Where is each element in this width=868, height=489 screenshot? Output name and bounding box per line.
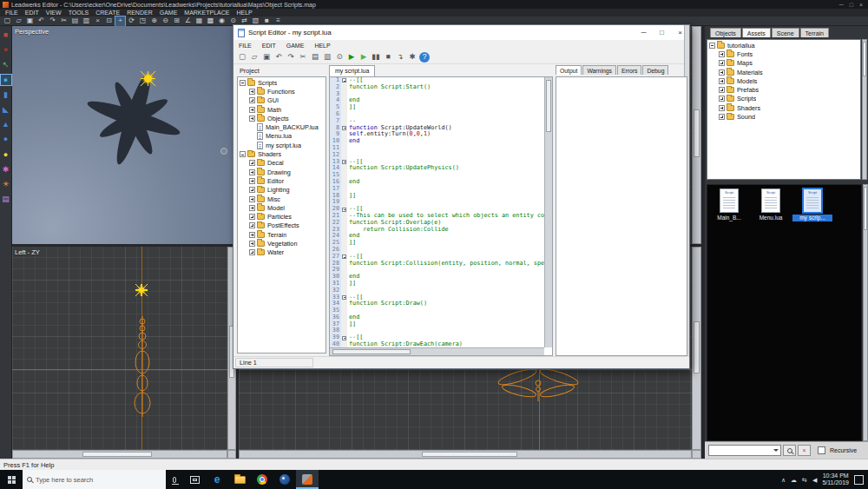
tree-item[interactable]: GUI (239, 96, 325, 105)
tree-item[interactable]: Sound (708, 112, 859, 121)
menu-item[interactable]: HELP (233, 10, 255, 16)
chrome-taskbar-button[interactable] (251, 470, 273, 489)
sun-light[interactable] (139, 287, 144, 293)
redo-icon[interactable]: ↷ (286, 52, 296, 63)
create-cone-tool[interactable]: ▲ (1, 120, 11, 130)
open-icon[interactable]: ▱ (14, 17, 23, 26)
cut-icon[interactable]: ✂ (298, 52, 308, 63)
tray-chevron-icon[interactable]: ∧ (781, 477, 786, 483)
expander-icon[interactable] (249, 214, 255, 220)
translate-tool-icon[interactable]: + (115, 17, 125, 26)
save-icon[interactable]: ▣ (25, 17, 35, 26)
tree-item[interactable]: Shaders (239, 149, 325, 158)
expander-icon[interactable] (719, 105, 725, 111)
viewport-perspective[interactable]: Perspective (12, 26, 236, 244)
tree-item[interactable]: Vegetation (239, 239, 325, 248)
camera-tool-icon[interactable]: ◉ (217, 17, 227, 26)
tree-item[interactable]: Main_BACKUP.lua (239, 122, 325, 131)
expander-icon[interactable] (719, 69, 725, 76)
sun-light[interactable] (144, 75, 152, 83)
tree-item[interactable]: Scripts (708, 95, 859, 103)
copy-icon[interactable]: ▤ (70, 17, 80, 26)
create-cylinder-tool[interactable]: ▮ (1, 89, 11, 100)
tree-item[interactable]: Functions (239, 87, 325, 96)
angle-snap-icon[interactable]: ∠ (183, 17, 193, 26)
file-thumbnail[interactable]: Script Main_B... (709, 188, 749, 221)
panel-tab[interactable]: Scene (772, 28, 799, 37)
copy-icon[interactable]: ▤ (310, 52, 320, 63)
grid-snap-icon[interactable]: ⊞ (172, 17, 181, 26)
code-editor[interactable]: 1--[[2function Script:Start()34end5]]67-… (329, 76, 553, 356)
recursive-checkbox[interactable] (818, 446, 825, 454)
tree-item[interactable]: Water (239, 248, 325, 257)
grid-increase-icon[interactable]: ▩ (206, 17, 215, 26)
scrollbar-thumb[interactable] (546, 80, 551, 132)
tree-item[interactable]: Misc (239, 195, 325, 203)
expander-icon[interactable] (249, 205, 255, 211)
expander-icon[interactable] (719, 60, 725, 66)
expander-icon[interactable] (719, 87, 725, 93)
tree-item[interactable]: Maps (708, 59, 859, 68)
code-area[interactable]: 1--[[2function Script:Start()34end5]]67-… (330, 77, 544, 347)
panel-tab[interactable]: Objects (710, 28, 741, 37)
stop-icon[interactable]: ■ (383, 52, 393, 63)
undo-icon[interactable]: ↶ (36, 17, 46, 26)
task-view-button[interactable] (183, 470, 206, 489)
script-editor-titlebar[interactable]: Script Editor - my script.lua ─ □ × (233, 25, 689, 40)
open-script-icon[interactable]: ▱ (249, 52, 260, 63)
scrollbar-thumb[interactable] (863, 42, 866, 76)
action-center-icon[interactable] (854, 475, 864, 485)
expander-icon[interactable] (249, 187, 255, 193)
tree-item[interactable]: Objects (239, 114, 325, 122)
output-tab[interactable]: Errors (617, 65, 642, 75)
expander-icon[interactable] (240, 80, 246, 86)
tree-item[interactable]: Drawing (239, 168, 325, 176)
fold-toggle-icon[interactable] (342, 208, 346, 212)
menu-item[interactable]: FILE (2, 10, 22, 16)
maximize-button[interactable]: □ (653, 25, 671, 40)
fold-toggle-icon[interactable] (342, 78, 346, 83)
grid-decrease-icon[interactable]: ▦ (194, 17, 204, 26)
find-icon[interactable]: ⊙ (334, 52, 345, 63)
select-ball-tool[interactable]: ● (1, 75, 11, 85)
taskbar-search[interactable]: Type here to search (23, 470, 166, 489)
tree-item[interactable]: Materials (708, 68, 859, 76)
tree-item[interactable]: Particles (239, 212, 325, 221)
file-browser-scrollbar[interactable] (863, 184, 868, 441)
move-tool[interactable]: ↖ (1, 60, 11, 70)
create-capsule-tool[interactable]: ● (1, 135, 11, 145)
fold-toggle-icon[interactable] (342, 254, 346, 259)
expander-icon[interactable] (249, 249, 255, 255)
create-box-tool[interactable]: ■ (1, 30, 11, 41)
scrollbar-horizontal[interactable] (239, 450, 692, 459)
create-light-tool[interactable]: ● (1, 149, 11, 160)
tree-item[interactable]: Terrain (239, 230, 325, 239)
fold-toggle-icon[interactable] (342, 295, 346, 300)
cut-icon[interactable]: ✂ (59, 17, 69, 26)
expander-icon[interactable] (249, 196, 255, 202)
csg-add-icon[interactable]: ⊕ (149, 17, 159, 26)
fold-toggle-icon[interactable] (342, 126, 346, 130)
tree-item[interactable]: Menu.lua (239, 132, 325, 141)
menu-item[interactable]: FILE (233, 43, 257, 49)
expander-icon[interactable] (249, 116, 255, 122)
asset-search-input[interactable] (708, 445, 781, 456)
expander-icon[interactable] (249, 160, 255, 166)
paste-icon[interactable]: ▥ (322, 52, 332, 63)
delete-icon[interactable]: × (93, 17, 102, 26)
menu-item[interactable]: EDIT (22, 10, 43, 16)
tree-item[interactable]: Shaders (708, 103, 859, 112)
tree-item[interactable]: Math (239, 105, 325, 114)
scrollbar-thumb[interactable] (864, 187, 867, 230)
run-icon[interactable]: ▶ (346, 52, 357, 63)
menu-item[interactable]: VIEW (43, 10, 65, 16)
menu-item[interactable]: TOOLS (65, 10, 93, 16)
step-icon[interactable]: ↴ (395, 52, 405, 63)
menu-item[interactable]: GAME (281, 43, 310, 49)
expander-icon[interactable] (719, 96, 725, 102)
menu-item[interactable]: HELP (309, 43, 335, 49)
output-tab[interactable]: Output (556, 65, 582, 75)
debug-run-icon[interactable]: ▶ (358, 52, 369, 63)
fold-toggle-icon[interactable] (342, 336, 346, 340)
tree-item[interactable]: Model (239, 203, 325, 212)
